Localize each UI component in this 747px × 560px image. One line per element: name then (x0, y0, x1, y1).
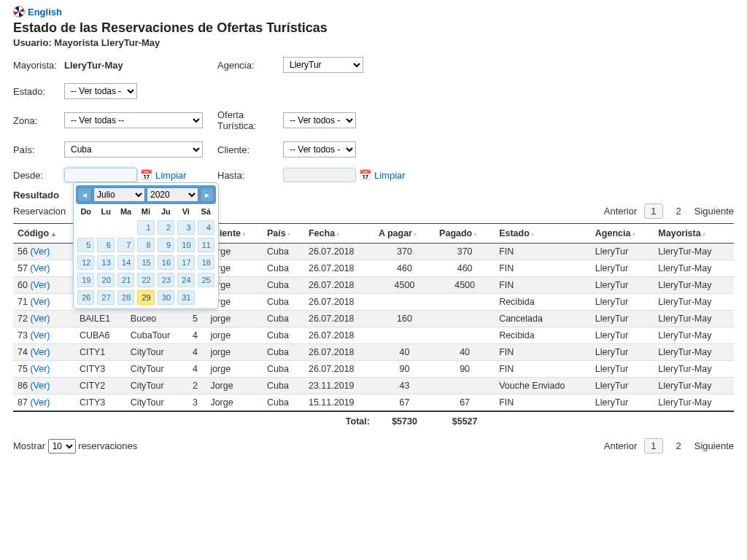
datepicker-day[interactable]: 14 (117, 255, 134, 270)
datepicker-day[interactable]: 19 (77, 273, 94, 287)
datepicker-prev-button[interactable]: ◄ (77, 187, 92, 202)
datepicker-day[interactable]: 2 (158, 220, 174, 235)
oferta-select[interactable]: -- Ver todos -- (283, 112, 356, 128)
datepicker-year-select[interactable]: 2020 (147, 187, 198, 202)
ver-link[interactable]: (Ver) (30, 314, 50, 324)
pager-prev[interactable]: Anterior (604, 206, 638, 217)
pager-next[interactable]: Siguiente (694, 440, 734, 451)
datepicker-day[interactable]: 27 (97, 290, 114, 305)
zona-select[interactable]: -- Ver todas -- (64, 112, 203, 128)
datepicker-day[interactable]: 22 (137, 273, 154, 287)
sort-icon: ♦ (703, 230, 706, 238)
calendar-icon[interactable]: 📅 (359, 169, 371, 181)
col-agencia[interactable]: Agencia♦ (591, 224, 654, 244)
datepicker-day[interactable]: 5 (77, 238, 94, 252)
datepicker-dow: Ma (116, 204, 136, 219)
col-pais[interactable]: País♦ (263, 224, 304, 244)
col-estado[interactable]: Estado♦ (495, 224, 591, 244)
table-row: 74 (Ver)CITY1CityTour4jorgeCuba26.07.201… (13, 344, 734, 361)
datepicker-day[interactable]: 3 (177, 220, 194, 235)
datepicker-day[interactable]: 10 (177, 238, 194, 252)
pais-label: País: (13, 144, 57, 155)
ver-link[interactable]: (Ver) (30, 280, 50, 290)
pager-page-1[interactable]: 1 (644, 438, 662, 454)
agencia-select[interactable]: LleryTur (283, 57, 363, 73)
sort-icon: ♦ (632, 230, 635, 238)
estado-select[interactable]: -- Ver todas -- (64, 83, 137, 99)
pager-page-2[interactable]: 2 (670, 439, 687, 453)
pais-select[interactable]: Cuba (64, 141, 203, 158)
desde-clear-link[interactable]: Limpiar (155, 170, 187, 181)
datepicker-day[interactable]: 18 (198, 255, 214, 270)
page-size-select[interactable]: 10 (48, 439, 76, 454)
total-pagado: $5527 (435, 411, 495, 431)
datepicker-day[interactable]: 20 (97, 273, 114, 287)
datepicker-day[interactable]: 11 (198, 238, 214, 252)
datepicker-next-button[interactable]: ► (200, 187, 214, 202)
col-pagado[interactable]: Pagado♦ (435, 224, 495, 244)
pager-page-1[interactable]: 1 (644, 203, 662, 219)
datepicker-day[interactable]: 9 (158, 238, 174, 252)
datepicker-day[interactable]: 23 (158, 273, 174, 287)
col-apagar[interactable]: A pagar♦ (374, 224, 435, 244)
datepicker-day[interactable]: 26 (77, 290, 94, 305)
sort-icon: ♦ (287, 230, 291, 238)
hasta-clear-link[interactable]: Limpiar (374, 170, 406, 181)
ver-link[interactable]: (Ver) (30, 347, 50, 357)
datepicker-dow: Do (76, 204, 96, 219)
ver-link[interactable]: (Ver) (30, 364, 50, 374)
datepicker-day[interactable]: 29 (137, 290, 154, 305)
datepicker-dow: Ju (156, 204, 176, 219)
datepicker-day[interactable]: 6 (97, 238, 114, 252)
datepicker-day[interactable]: 8 (137, 238, 154, 252)
page-subtitle: Usuario: Mayorista LleryTur-May (13, 37, 734, 48)
col-fecha[interactable]: Fecha♦ (304, 224, 374, 244)
language-link[interactable]: English (13, 6, 734, 18)
datepicker-day[interactable]: 4 (198, 220, 214, 235)
agencia-label: Agencia: (217, 60, 276, 71)
hasta-input[interactable] (283, 168, 356, 182)
datepicker-day[interactable]: 12 (77, 255, 94, 270)
col-mayorista[interactable]: Mayorista♦ (654, 224, 734, 244)
pager-page-2[interactable]: 2 (670, 204, 687, 218)
pager-next[interactable]: Siguiente (694, 206, 734, 217)
zona-label: Zona: (13, 115, 57, 126)
datepicker-month-select[interactable]: Julio (93, 187, 145, 202)
desde-input[interactable] (64, 168, 137, 182)
datepicker-day[interactable]: 24 (177, 273, 194, 287)
datepicker-day[interactable]: 15 (137, 255, 154, 270)
datepicker-day[interactable]: 7 (117, 238, 134, 252)
calendar-icon[interactable]: 📅 (140, 169, 152, 181)
datepicker-day[interactable]: 17 (177, 255, 194, 270)
pager-prev[interactable]: Anterior (604, 440, 638, 451)
ver-link[interactable]: (Ver) (30, 297, 50, 307)
reservaciones-label: reservaciones (78, 440, 137, 451)
ver-link[interactable]: (Ver) (30, 397, 50, 408)
ver-link[interactable]: (Ver) (30, 263, 50, 273)
datepicker-day[interactable]: 25 (198, 273, 214, 287)
datepicker-dow: Sá (196, 204, 216, 219)
page-title: Estado de las Reservaciones de Ofertas T… (13, 20, 734, 36)
datepicker-day[interactable]: 21 (117, 273, 134, 287)
ver-link[interactable]: (Ver) (30, 381, 50, 391)
datepicker-dow: Mi (136, 204, 155, 219)
totals-row: Total: $5730 $5527 (13, 411, 734, 431)
datepicker-day[interactable]: 16 (158, 255, 174, 270)
table-row: 87 (Ver)CITY3CityTour3JorgeCuba15.11.201… (13, 394, 734, 412)
cliente-select[interactable]: -- Ver todos -- (283, 141, 356, 158)
sort-icon: ♦ (414, 230, 417, 238)
datepicker-dow: Lu (96, 204, 115, 219)
datepicker-day[interactable]: 31 (177, 290, 194, 305)
table-row: 86 (Ver)CITY2CityTour2JorgeCuba23.11.201… (13, 378, 734, 394)
datepicker-dow: Vi (176, 204, 196, 219)
mayorista-value: LleryTur-May (64, 60, 123, 71)
desde-label: Desde: (13, 170, 57, 181)
datepicker-day[interactable]: 30 (158, 290, 174, 305)
datepicker-day[interactable]: 1 (137, 220, 154, 235)
cliente-label: Cliente: (217, 144, 276, 155)
datepicker-day[interactable]: 28 (117, 290, 134, 305)
col-codigo[interactable]: Código▲ (13, 224, 75, 244)
ver-link[interactable]: (Ver) (30, 330, 50, 341)
ver-link[interactable]: (Ver) (30, 246, 50, 257)
datepicker-day[interactable]: 13 (97, 255, 114, 270)
